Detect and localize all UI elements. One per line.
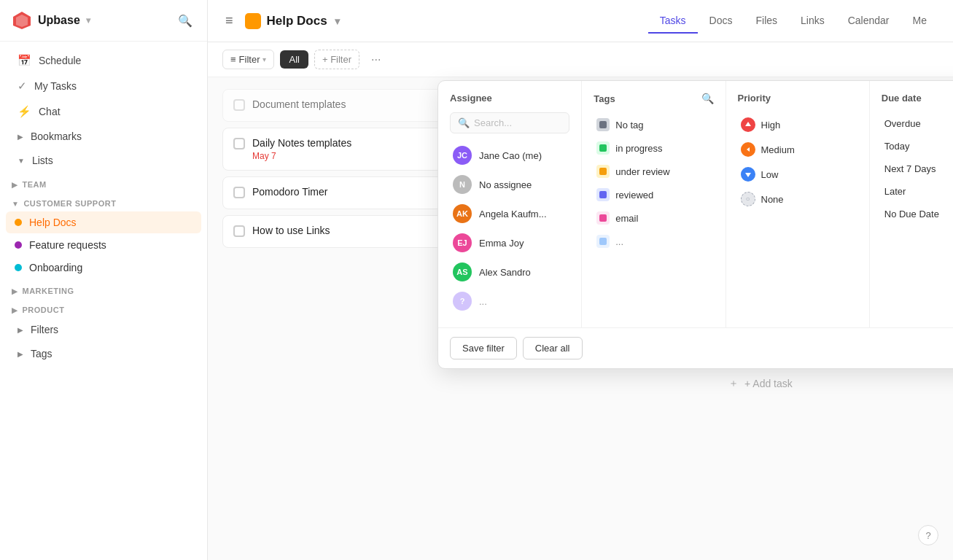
customer-support-toggle-icon[interactable]: ▼ [12, 200, 19, 208]
task-item-daily-notes[interactable]: Daily Notes templates May 7 [222, 128, 470, 171]
task-item-document-templates[interactable]: Document templates [222, 89, 470, 122]
list-item-label: Onboarding [29, 262, 82, 273]
assignee-jane-cao[interactable]: JC Jane Cao (me) [450, 141, 569, 170]
tab-tasks[interactable]: Tasks [648, 9, 698, 34]
tag-partial[interactable]: ... [594, 230, 713, 253]
avatar-partial: ? [453, 292, 472, 311]
sidebar-item-feature-requests[interactable]: Feature requests [6, 234, 201, 256]
feature-requests-dot [15, 241, 22, 249]
sidebar-item-label: My Tasks [34, 80, 77, 92]
tags-title: Tags [594, 93, 615, 104]
priority-high[interactable]: High [738, 112, 857, 137]
task-title: Pomodoro Timer [252, 186, 459, 198]
priority-none-icon: ○ [741, 192, 755, 206]
sidebar-item-my-tasks[interactable]: ✓ My Tasks [6, 74, 201, 98]
due-date-today[interactable]: Today [882, 135, 953, 158]
sidebar-item-label: Lists [32, 155, 53, 166]
team-toggle-icon[interactable]: ▶ [12, 181, 18, 189]
avatar-no-assignee: N [453, 175, 472, 194]
tag-no-tag[interactable]: No tag [594, 113, 713, 136]
list-item-label: Help Docs [29, 217, 77, 228]
tags-chevron-icon: ▶ [17, 350, 23, 358]
sidebar-item-filters[interactable]: ▶ Filters [6, 318, 201, 341]
assignee-partial[interactable]: ? ... [450, 287, 569, 316]
assignee-label: Alex Sandro [479, 267, 531, 278]
sidebar-item-lists[interactable]: ▼ Lists [6, 149, 201, 172]
tab-links[interactable]: Links [789, 9, 836, 34]
tags-search-icon[interactable]: 🔍 [701, 93, 714, 104]
tags-column: Tags 🔍 No tag in progress [582, 81, 726, 327]
assignee-search-input[interactable] [474, 117, 561, 128]
due-date-column: Due date Overdue Today Next 7 Days Later… [870, 81, 953, 327]
task-title: Document templates [252, 98, 459, 110]
sidebar-item-chat[interactable]: ⚡ Chat [6, 99, 201, 124]
hamburger-button[interactable]: ≡ [222, 10, 236, 31]
marketing-toggle-icon[interactable]: ▶ [12, 287, 18, 295]
more-options-button[interactable]: ··· [365, 50, 386, 69]
due-date-later[interactable]: Later [882, 180, 953, 203]
priority-low[interactable]: Low [738, 162, 857, 187]
assignee-label: Emma Joy [479, 238, 524, 249]
assignee-search-box[interactable]: 🔍 [450, 112, 569, 133]
task-checkbox[interactable] [233, 99, 245, 111]
task-item-how-to-links[interactable]: How to use Links [222, 215, 470, 248]
tab-files[interactable]: Files [744, 9, 789, 34]
sidebar: Upbase ▾ 🔍 📅 Schedule ✓ My Tasks ⚡ Chat … [0, 0, 208, 560]
chevron-right-icon: ▶ [17, 133, 23, 141]
due-date-title: Due date [882, 93, 922, 104]
priority-medium[interactable]: Medium [738, 137, 857, 162]
top-navigation: ≡ Help Docs ▾ Tasks Docs Files Links Cal… [208, 0, 953, 42]
tab-docs[interactable]: Docs [698, 9, 744, 34]
task-checkbox[interactable] [233, 187, 245, 198]
sidebar-item-label: Bookmarks [31, 131, 82, 142]
marketing-section-header: ▶ MARKETING [0, 279, 207, 298]
priority-title: Priority [738, 93, 771, 104]
brand-chevron[interactable]: ▾ [86, 15, 90, 26]
tab-calendar[interactable]: Calendar [836, 9, 901, 34]
sidebar-item-label: Tags [31, 348, 52, 359]
due-date-overdue[interactable]: Overdue [882, 112, 953, 135]
assignee-angela[interactable]: AK Angela Kaufm... [450, 199, 569, 228]
filter-bar: ≡ Filter ▾ All + Filter ··· [208, 42, 953, 77]
sidebar-header: Upbase ▾ 🔍 [0, 0, 207, 42]
due-date-next-7-days[interactable]: Next 7 Days [882, 158, 953, 180]
task-checkbox[interactable] [233, 225, 245, 237]
assignee-emma-joy[interactable]: EJ Emma Joy [450, 228, 569, 257]
priority-none[interactable]: ○ None [738, 187, 857, 211]
assignee-column: Assignee 🔍 JC Jane Cao (me) N No assigne… [438, 81, 582, 327]
assignee-no-assignee[interactable]: N No assignee [450, 170, 569, 199]
avatar-jane-cao: JC [453, 146, 472, 165]
task-checkbox[interactable] [233, 138, 245, 149]
task-item-pomodoro[interactable]: Pomodoro Timer [222, 176, 470, 209]
tag-in-progress[interactable]: in progress [594, 136, 713, 160]
tag-email[interactable]: email [594, 206, 713, 230]
priority-column-header: Priority [738, 93, 857, 104]
due-date-no-due-date[interactable]: No Due Date [882, 203, 953, 225]
help-button[interactable]: ? [918, 525, 938, 545]
tag-label: under review [615, 166, 669, 177]
clear-all-button[interactable]: Clear all [523, 337, 583, 359]
help-docs-dot [15, 219, 22, 226]
sidebar-item-onboarding[interactable]: Onboarding [6, 257, 201, 279]
tab-me[interactable]: Me [901, 9, 938, 34]
workspace-chevron-icon[interactable]: ▾ [335, 15, 340, 27]
main-content: ≡ Help Docs ▾ Tasks Docs Files Links Cal… [208, 0, 953, 560]
save-filter-button[interactable]: Save filter [450, 337, 517, 359]
add-task-button[interactable]: ＋ + Add task [718, 370, 937, 397]
reviewed-icon [596, 188, 610, 201]
tag-under-review[interactable]: under review [594, 160, 713, 183]
filter-all-button[interactable]: All [280, 50, 308, 69]
product-toggle-icon[interactable]: ▶ [12, 306, 18, 314]
sidebar-item-help-docs[interactable]: Help Docs [6, 211, 201, 233]
add-filter-button[interactable]: + Filter [314, 50, 359, 69]
sidebar-item-bookmarks[interactable]: ▶ Bookmarks [6, 125, 201, 148]
tag-reviewed[interactable]: reviewed [594, 183, 713, 206]
filter-label: Filter [239, 54, 260, 65]
global-search-button[interactable]: 🔍 [175, 11, 195, 31]
brand[interactable]: Upbase ▾ [12, 10, 90, 31]
sidebar-item-tags[interactable]: ▶ Tags [6, 342, 201, 365]
sidebar-item-schedule[interactable]: 📅 Schedule [6, 48, 201, 73]
assignee-label: ... [479, 296, 487, 307]
filter-button[interactable]: ≡ Filter ▾ [222, 50, 274, 69]
assignee-alex-sandro[interactable]: AS Alex Sandro [450, 257, 569, 287]
